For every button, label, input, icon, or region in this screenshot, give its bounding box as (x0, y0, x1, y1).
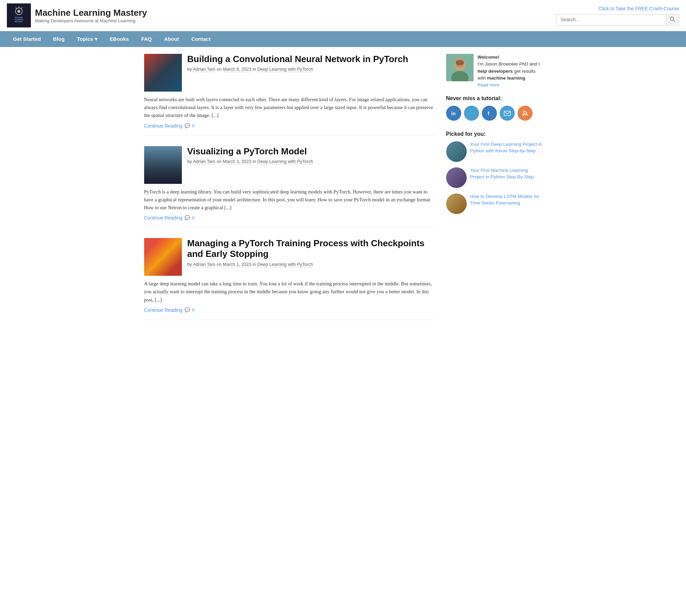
site-title: Machine Learning Mastery (35, 8, 147, 18)
article-1-title[interactable]: Building a Convolutional Neural Network … (187, 54, 436, 64)
nav-link-topics[interactable]: Topics ▾ (71, 31, 103, 47)
svg-text:MASTERY: MASTERY (15, 21, 23, 23)
article-2-comment-count: 0 (192, 215, 195, 221)
article-1-excerpt: Neural networks are built with layers co… (144, 96, 436, 120)
sidebar-author-name: Jason Brownlee PhD (485, 61, 528, 67)
sidebar-welcome-title: Welcome! (478, 55, 500, 60)
picked-link-3[interactable]: How to Develop LSTM Models for Time Seri… (470, 193, 542, 206)
social-facebook-icon[interactable]: f (482, 106, 497, 121)
article-3-footer: Continue Reading 💬 0 (144, 307, 436, 313)
picked-item-2: Your First Machine Learning Project in P… (446, 167, 542, 188)
svg-point-15 (456, 60, 464, 66)
nav-item-blog[interactable]: Blog (47, 31, 71, 47)
article-3-continue-reading[interactable]: Continue Reading (144, 307, 183, 313)
article-1-comment-count: 0 (192, 123, 195, 128)
nav-item-about[interactable]: About (158, 31, 185, 47)
svg-rect-19 (504, 111, 510, 116)
article-2-date[interactable]: March 3, 2023 (223, 159, 251, 164)
svg-line-10 (674, 20, 675, 22)
article-2-category[interactable]: Deep Learning with PyTorch (257, 159, 313, 164)
article-1-continue-reading[interactable]: Continue Reading (144, 123, 183, 129)
article-1: Building a Convolutional Neural Network … (144, 54, 436, 136)
site-tagline: Making Developers Awesome at Machine Lea… (35, 18, 147, 23)
picked-item-3: How to Develop LSTM Models for Time Seri… (446, 193, 542, 214)
social-icons-list: in 🐦 f (446, 106, 542, 121)
article-3-thumbnail (144, 238, 182, 276)
sidebar-read-more-link[interactable]: Read more (478, 82, 500, 87)
sidebar-bold-help: help developers (478, 69, 513, 74)
social-linkedin-icon[interactable]: in (446, 106, 461, 121)
nav-item-ebooks[interactable]: EBooks (104, 31, 135, 47)
nav-link-ebooks[interactable]: EBooks (104, 31, 135, 47)
article-3-title[interactable]: Managing a PyTorch Training Process with… (187, 238, 436, 259)
article-2-title-link[interactable]: Visualizing a PyTorch Model (187, 146, 307, 156)
article-1-meta: by Adrian Tam on March 6, 2023 in Deep L… (187, 67, 436, 72)
sidebar-newsletter-title: Never miss a tutorial: (446, 95, 542, 102)
search-button[interactable] (666, 14, 679, 25)
article-2-comment-bubble-icon: 💬 (185, 215, 190, 221)
article-3-comment-bubble-icon: 💬 (185, 307, 190, 313)
nav-item-get-started[interactable]: Get Started (7, 31, 47, 47)
picked-link-1[interactable]: Your First Deep Learning Project in Pyth… (470, 141, 542, 154)
header-left: MACHINE LEARNING MASTERY Machine Learnin… (7, 3, 147, 27)
social-rss-icon[interactable] (518, 106, 533, 121)
article-1-author[interactable]: Adrian Tam (193, 67, 216, 72)
sidebar-picked-section: Picked for you: Your First Deep Learning… (446, 131, 542, 214)
article-2-meta: by Adrian Tam on March 3, 2023 in Deep L… (187, 159, 436, 164)
social-twitter-icon[interactable]: 🐦 (464, 106, 479, 121)
nav-link-contact[interactable]: Contact (185, 31, 217, 47)
article-3-title-block: Managing a PyTorch Training Process with… (187, 238, 436, 276)
header-right: Click to Take the FREE Crash-Course (556, 6, 679, 25)
article-1-thumbnail (144, 54, 182, 92)
nav-item-faq[interactable]: FAQ (135, 31, 158, 47)
picked-thumb-1 (446, 141, 467, 162)
article-3-author[interactable]: Adrian Tam (193, 262, 216, 267)
article-2-excerpt: PyTorch is a deep learning library. You … (144, 188, 436, 212)
nav-link-about[interactable]: About (158, 31, 185, 47)
article-2-continue-reading[interactable]: Continue Reading (144, 215, 183, 221)
nav-link-blog[interactable]: Blog (47, 31, 71, 47)
article-2-author[interactable]: Adrian Tam (193, 159, 216, 164)
svg-text:f: f (488, 110, 490, 116)
article-1-title-link[interactable]: Building a Convolutional Neural Network … (187, 54, 408, 64)
nav-item-contact[interactable]: Contact (185, 31, 217, 47)
site-logo[interactable]: MACHINE LEARNING MASTERY (7, 3, 31, 27)
article-2: Visualizing a PyTorch Model by Adrian Ta… (144, 146, 436, 228)
sidebar-welcome-text: Welcome! I'm Jason Brownlee PhD and I he… (478, 54, 542, 88)
avatar (446, 54, 474, 81)
crash-course-link[interactable]: Click to Take the FREE Crash-Course (598, 6, 679, 11)
picked-item-1: Your First Deep Learning Project in Pyth… (446, 141, 542, 162)
picked-thumb-2 (446, 167, 467, 188)
nav-link-faq[interactable]: FAQ (135, 31, 158, 47)
article-3-title-link[interactable]: Managing a PyTorch Training Process with… (187, 238, 425, 259)
article-1-category[interactable]: Deep Learning with PyTorch (257, 67, 313, 72)
sidebar-newsletter: Never miss a tutorial: in 🐦 f (446, 95, 542, 121)
article-1-date[interactable]: March 6, 2023 (223, 67, 251, 72)
article-3: Managing a PyTorch Training Process with… (144, 238, 436, 320)
nav-item-topics[interactable]: Topics ▾ (71, 31, 103, 47)
article-3-excerpt: A large deep learning model can take a l… (144, 280, 436, 304)
article-3-category[interactable]: Deep Learning with PyTorch (257, 262, 313, 267)
article-1-title-block: Building a Convolutional Neural Network … (187, 54, 436, 92)
picked-link-2[interactable]: Your First Machine Learning Project in P… (470, 167, 542, 180)
article-3-date[interactable]: March 1, 2023 (223, 262, 251, 267)
svg-point-20 (522, 114, 524, 116)
nav-link-get-started[interactable]: Get Started (7, 31, 47, 47)
article-1-footer: Continue Reading 💬 0 (144, 123, 436, 129)
article-3-header: Managing a PyTorch Training Process with… (144, 238, 436, 276)
article-3-meta: by Adrian Tam on March 1, 2023 in Deep L… (187, 262, 436, 267)
article-2-title[interactable]: Visualizing a PyTorch Model (187, 146, 436, 157)
svg-text:in: in (451, 111, 455, 116)
article-2-thumbnail (144, 146, 182, 184)
svg-point-2 (18, 10, 20, 13)
svg-text:🐦: 🐦 (469, 110, 475, 116)
article-2-footer: Continue Reading 💬 0 (144, 215, 436, 221)
comment-bubble-icon: 💬 (185, 123, 190, 129)
sidebar-welcome: Welcome! I'm Jason Brownlee PhD and I he… (446, 54, 542, 88)
social-email-icon[interactable] (500, 106, 515, 121)
main-nav: Get Started Blog Topics ▾ EBooks FAQ Abo… (0, 31, 686, 47)
article-2-header: Visualizing a PyTorch Model by Adrian Ta… (144, 146, 436, 184)
sidebar-bold-ml: machine learning (487, 75, 525, 81)
search-input[interactable] (556, 15, 666, 24)
page-container: Building a Convolutional Neural Network … (137, 47, 549, 330)
